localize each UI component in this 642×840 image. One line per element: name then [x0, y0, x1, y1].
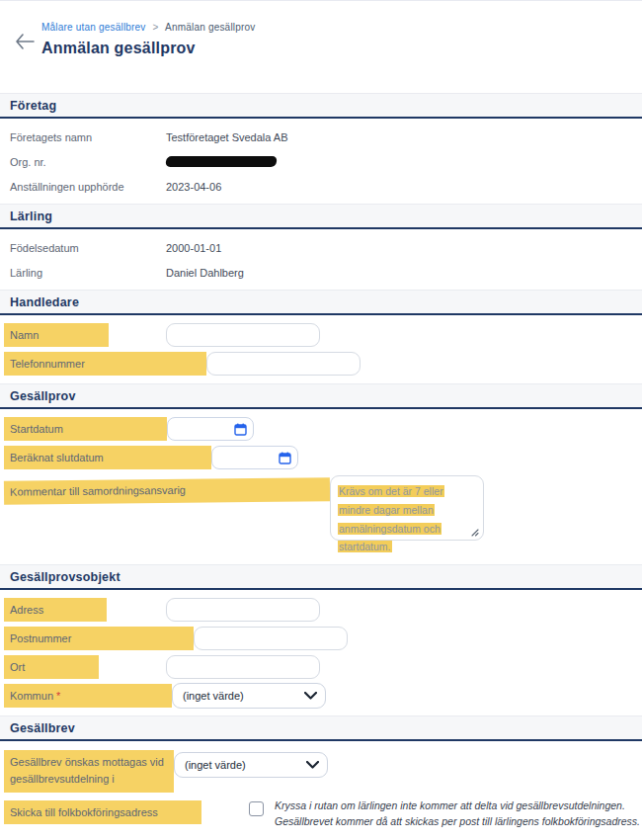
- section-header-gesallbrev: Gesällbrev: [0, 715, 642, 741]
- field-label-highlight: Adress: [4, 598, 107, 622]
- section-header-gesallprov: Gesällprov: [0, 383, 642, 409]
- field-row-slutdatum: Beräknat slutdatum: [0, 444, 642, 471]
- field-label-highlight: Namn: [4, 323, 109, 347]
- calendar-icon: [234, 423, 247, 436]
- info-row-anstallning-upphorde: Anställningen upphörde 2023-04-06: [0, 174, 642, 199]
- section-title: Handledare: [10, 295, 79, 309]
- section-gesallbrev: Gesällbrev önskas mottagas vid gesällbre…: [0, 741, 642, 836]
- field-row-startdatum: Startdatum: [0, 415, 642, 443]
- field-label-highlight: Kommun*: [4, 684, 172, 708]
- page-header: Målare utan gesällbrev > Anmälan gesällp…: [0, 1, 642, 93]
- startdatum-date-input[interactable]: [167, 417, 254, 441]
- kommentar-placeholder: Krävs om det är 7 eller mindre dagar mel…: [338, 485, 444, 552]
- field-label-highlight: Telefonnummer: [4, 352, 206, 376]
- info-row-larling: Lärling Daniel Dahlberg: [0, 260, 642, 285]
- page: Målare utan gesällbrev > Anmälan gesällp…: [0, 0, 642, 840]
- field-row-utdelning: Gesällbrev önskas mottagas vid gesällbre…: [0, 747, 642, 793]
- info-row-org-nr: Org. nr.: [0, 149, 642, 174]
- folkbok-note-line: Kryssa i rutan om lärlingen inte kommer …: [275, 798, 642, 814]
- folkbok-checkbox[interactable]: [249, 801, 264, 816]
- adress-input[interactable]: [166, 598, 320, 622]
- calendar-icon: [279, 452, 291, 464]
- section-header-handledare: Handledare: [0, 290, 642, 315]
- kommentar-textarea[interactable]: Krävs om det är 7 eller mindre dagar mel…: [330, 475, 484, 541]
- field-label-highlight: Postnummer: [4, 627, 194, 650]
- field-row-folkbok: Skicka till folkbokföringsadress Kryssa …: [0, 798, 642, 830]
- field-row-adress: Adress: [0, 596, 642, 624]
- row-label: Lärling: [10, 267, 166, 279]
- back-arrow-icon[interactable]: [14, 31, 36, 52]
- section-handledare: Namn Telefonnummer: [0, 315, 642, 383]
- selected-value: (inget värde): [185, 759, 246, 771]
- breadcrumb-separator: >: [153, 22, 159, 33]
- section-title: Företag: [10, 99, 56, 113]
- field-label-highlight: Gesällbrev önskas mottagas vid gesällbre…: [4, 750, 174, 793]
- folkbok-note-line: Gesällbrevet kommer då att skickas per p…: [275, 814, 642, 830]
- section-title: Lärling: [10, 210, 52, 223]
- utdelning-select[interactable]: (inget värde): [174, 752, 328, 778]
- field-row-telefonnummer: Telefonnummer: [0, 350, 642, 378]
- kommun-select[interactable]: (inget värde): [172, 683, 326, 709]
- resize-handle-icon[interactable]: [471, 529, 479, 537]
- row-value: 2000-01-01: [166, 242, 221, 254]
- breadcrumb-current: Anmälan gesällprov: [165, 22, 255, 33]
- field-row-postnummer: Postnummer: [0, 625, 642, 652]
- field-row-kommun: Kommun* (inget värde): [0, 682, 642, 710]
- row-label: Anställningen upphörde: [10, 181, 166, 193]
- section-gesallprov: Startdatum Beräknat slutdatum Kommentar …: [0, 409, 642, 564]
- breadcrumb: Målare utan gesällbrev > Anmälan gesällp…: [41, 22, 642, 33]
- handledare-namn-input[interactable]: [166, 323, 320, 347]
- section-title: Gesällprov: [10, 389, 76, 403]
- section-larling: Födelsedatum 2000-01-01 Lärling Daniel D…: [0, 229, 642, 290]
- chevron-down-icon: [304, 692, 317, 700]
- breadcrumb-parent-link[interactable]: Målare utan gesällbrev: [41, 22, 146, 33]
- page-title: Anmälan gesällprov: [41, 40, 642, 57]
- row-value: Daniel Dahlberg: [166, 267, 244, 279]
- section-foretag: Företagets namn Testföretaget Svedala AB…: [0, 119, 642, 204]
- chevron-down-icon: [306, 761, 319, 769]
- redacted-value: [165, 156, 278, 167]
- field-row-kommentar: Kommentar till samordningsansvarig Krävs…: [0, 475, 642, 558]
- handledare-telefonnummer-input[interactable]: [206, 352, 361, 376]
- section-header-larling: Lärling: [0, 204, 642, 229]
- field-row-namn: Namn: [0, 321, 642, 349]
- field-label-highlight: Startdatum: [4, 417, 167, 441]
- field-label-highlight: Kommentar till samordningsansvarig: [4, 477, 330, 505]
- row-value: 2023-04-06: [166, 181, 221, 193]
- info-row-fodelsedatum: Födelsedatum 2000-01-01: [0, 235, 642, 260]
- folkbok-note: Kryssa i rutan om lärlingen inte kommer …: [275, 798, 642, 830]
- section-title: Gesällbrev: [10, 721, 75, 735]
- row-value: Testföretaget Svedala AB: [166, 131, 288, 143]
- selected-value: (inget värde): [183, 690, 244, 702]
- row-label: Födelsedatum: [10, 242, 166, 254]
- section-header-gesallprovsobjekt: Gesällprovsobjekt: [0, 564, 642, 590]
- row-label: Företagets namn: [10, 131, 166, 143]
- field-label-highlight: Skicka till folkbokföringsadress: [4, 800, 201, 824]
- info-row-foretagets-namn: Företagets namn Testföretaget Svedala AB: [0, 125, 642, 149]
- field-row-ort: Ort: [0, 653, 642, 681]
- row-label: Org. nr.: [10, 156, 166, 168]
- required-marker: *: [56, 690, 60, 702]
- ort-input[interactable]: [166, 655, 320, 679]
- postnummer-input[interactable]: [194, 627, 348, 650]
- section-header-foretag: Företag: [0, 93, 642, 119]
- section-gesallprovsobjekt: Adress Postnummer Ort Kommun* (inget vär…: [0, 590, 642, 715]
- field-label-highlight: Ort: [4, 655, 99, 679]
- slutdatum-date-input[interactable]: [211, 446, 298, 469]
- field-label-highlight: Beräknat slutdatum: [4, 446, 211, 469]
- section-title: Gesällprovsobjekt: [10, 570, 120, 584]
